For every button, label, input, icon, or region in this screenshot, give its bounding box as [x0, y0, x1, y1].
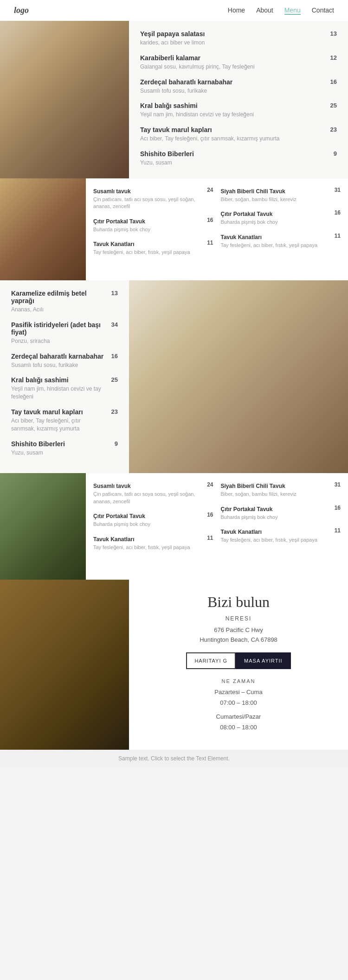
menu-item-name: Karamelize edilmiş betel yaprağı: [11, 290, 106, 304]
menu-item-desc: Acı biber, Tay fesleğeni, çıtır sarımsak…: [11, 417, 106, 433]
menu-col-price: 24: [207, 481, 213, 488]
menu-col-desc: Tay fesleğeni, acı biber, fıstık, yeşil …: [93, 249, 213, 256]
menu-item-desc: Yuzu, susam: [11, 449, 109, 457]
menu-col-price: 11: [207, 535, 213, 541]
menu-col-header: Tavuk Kanatları 11: [93, 535, 213, 543]
menu-col-header: Çıtır Portakal Tavuk 16: [221, 209, 341, 218]
find-buttons: HARITAYI G MASA AYIRTII: [186, 652, 290, 669]
nav-menu[interactable]: Menu: [284, 6, 301, 15]
menu-col-desc: Buharda pişmiş bok choy: [93, 226, 213, 233]
menu-col-header: Susamlı tavuk 24: [93, 187, 213, 195]
hours1-days: Pazartesi – Cuma: [214, 689, 262, 695]
menu-cols-2: Susamlı tavuk 24 Çin patlıcanı, tatlı ac…: [86, 178, 348, 280]
menu-item-name: Zerdeçal baharatlı karnabahar: [140, 78, 325, 86]
menu-col-name: Susamlı tavuk: [93, 483, 131, 489]
nav-about[interactable]: About: [256, 6, 273, 15]
menu-item: Pasifik istiridyeleri (adet başı fiyat) …: [11, 321, 118, 345]
reservation-button[interactable]: MASA AYIRTII: [236, 652, 291, 669]
bar-image: [0, 580, 129, 749]
menu-item-name: Kral balığı sashimi: [11, 376, 106, 384]
menu-item-name: Karabiberli kalamar: [140, 54, 325, 62]
menu-col-header: Susamlı tavuk 24: [93, 481, 213, 490]
menu-item-info: Pasifik istiridyeleri (adet başı fiyat) …: [11, 321, 106, 345]
nav-contact[interactable]: Contact: [312, 6, 334, 15]
find-where-label: NERESI: [226, 615, 252, 622]
menu-col-name: Tavuk Kanatları: [93, 536, 134, 543]
nav-links: Home About Menu Contact: [228, 6, 334, 15]
menu-col-desc: Tay fesleğeni, acı biber, fıstık, yeşil …: [221, 242, 341, 249]
menu-item-info: Yeşil papaya salatası karides, acı biber…: [140, 30, 325, 47]
menu-item-info: Karamelize edilmiş betel yaprağı Ananas,…: [11, 290, 106, 314]
menu-item-price: 25: [111, 376, 118, 383]
beer-image: [0, 178, 86, 280]
menu-item-desc: Acı biber, Tay fesleğeni, çıtır sarımsak…: [140, 135, 325, 143]
menu-item-price: 13: [330, 30, 337, 37]
menu-item-info: Zerdeçal baharatlı karnabahar Susamlı to…: [11, 353, 106, 369]
nav-home[interactable]: Home: [228, 6, 245, 15]
menu-item-info: Tay tavuk marul kapları Acı biber, Tay f…: [140, 126, 325, 143]
map-button[interactable]: HARITAYI G: [186, 652, 236, 669]
find-content: Bizi bulun NERESI 676 Pacific C Hwy Hunt…: [129, 580, 348, 749]
menu-col-name: Siyah Biberli Chili Tavuk: [221, 483, 285, 489]
menu-col-price: 11: [335, 527, 341, 534]
menu-col-item: Susamlı tavuk 24 Çin patlıcanı, tatlı ac…: [93, 187, 213, 210]
address-line1: 676 Pacific C Hwy: [214, 626, 263, 633]
menu-item-info: Tay tavuk marul kapları Acı biber, Tay f…: [11, 408, 106, 433]
menu-item-desc: karides, acı biber ve limon: [140, 39, 325, 47]
menu-col-header: Tavuk Kanatları 11: [93, 240, 213, 248]
menu-col-name: Çıtır Portakal Tavuk: [93, 218, 145, 225]
menu-item: Tay tavuk marul kapları Acı biber, Tay f…: [140, 126, 337, 143]
menu-item-desc: Yuzu, susam: [140, 159, 328, 167]
menu-col-item: Çıtır Portakal Tavuk 16 Buharda pişmiş b…: [93, 512, 213, 528]
menu-item-info: Zerdeçal baharatlı karnabahar Susamlı to…: [140, 78, 325, 95]
menu-col-name: Tavuk Kanatları: [93, 241, 134, 247]
menu-col-2-right: Siyah Biberli Chili Tavuk 31 Biber, soğa…: [221, 187, 341, 272]
menu-item-price: 13: [111, 290, 118, 297]
menu-item: Karamelize edilmiş betel yaprağı Ananas,…: [11, 290, 118, 314]
menu-col-item: Siyah Biberli Chili Tavuk 31 Biber, soğa…: [221, 481, 341, 498]
wine-image: [129, 280, 348, 473]
hours1-time: 07:00 – 18:00: [220, 699, 257, 706]
menu-item-name: Tay tavuk marul kapları: [140, 126, 325, 133]
menu-col-price: 24: [207, 187, 213, 193]
menu-col-item: Tavuk Kanatları 11 Tay fesleğeni, acı bi…: [221, 233, 341, 249]
menu-col-desc: Çin patlıcanı, tatlı acı soya sosu, yeşi…: [93, 491, 213, 505]
menu-item-price: 9: [115, 440, 118, 447]
menu-col-price: 16: [207, 217, 213, 223]
menu-col-desc: Buharda pişmiş bok choy: [93, 521, 213, 528]
footer-bar: Sample text. Click to select the Text El…: [0, 750, 348, 767]
menu-col-item: Tavuk Kanatları 11 Tay fesleğeni, acı bi…: [93, 535, 213, 551]
navigation: logo Home About Menu Contact: [0, 0, 348, 21]
menu-col-desc: Biber, soğan, bambu filizi, kereviz: [221, 491, 341, 498]
menu-item: Zerdeçal baharatlı karnabahar Susamlı to…: [140, 78, 337, 95]
menu-col-name: Çıtır Portakal Tavuk: [221, 211, 273, 217]
section-two: Susamlı tavuk 24 Çin patlıcanı, tatlı ac…: [0, 178, 348, 280]
hero-image: [0, 21, 129, 178]
menu-item-desc: Ponzu, sriracha: [11, 337, 106, 345]
menu-col-header: Siyah Biberli Chili Tavuk 31: [221, 187, 341, 195]
menu-col-item: Çıtır Portakal Tavuk 16 Buharda pişmiş b…: [221, 505, 341, 521]
menu-item-name: Zerdeçal baharatlı karnabahar: [11, 353, 106, 360]
menu-item-price: 12: [330, 54, 337, 61]
menu-col-name: Çıtır Portakal Tavuk: [93, 513, 145, 519]
find-when-label: NE ZAMAN: [222, 678, 256, 684]
menu-col-2-left: Susamlı tavuk 24 Çin patlıcanı, tatlı ac…: [93, 187, 213, 272]
menu-item-info: Shishito Biberleri Yuzu, susam: [140, 150, 328, 167]
menu-item: Zerdeçal baharatlı karnabahar Susamlı to…: [11, 353, 118, 369]
outdoor-image: [0, 473, 86, 580]
menu-col-item: Tavuk Kanatları 11 Tay fesleğeni, acı bi…: [221, 527, 341, 544]
menu-col-desc: Tay fesleğeni, acı biber, fıstık, yeşil …: [221, 537, 341, 544]
menu-item-info: Shishito Biberleri Yuzu, susam: [11, 440, 109, 457]
menu-col-desc: Buharda pişmiş bok choy: [221, 219, 341, 226]
logo: logo: [14, 6, 29, 15]
menu-item-desc: Susamlı tofu sosu, furikake: [140, 87, 325, 95]
menu-item-info: Karabiberli kalamar Galangal sosu, kavru…: [140, 54, 325, 71]
menu-col-header: Tavuk Kanatları 11: [221, 233, 341, 241]
menu-col-name: Tavuk Kanatları: [221, 234, 262, 240]
menu-col-name: Çıtır Portakal Tavuk: [221, 506, 273, 512]
menu-col-price: 11: [335, 233, 341, 239]
menu-item-name: Tay tavuk marul kapları: [11, 408, 106, 416]
find-hours-weekday: Pazartesi – Cuma 07:00 – 18:00: [214, 687, 262, 708]
hours2-time: 08:00 – 18:00: [220, 724, 257, 731]
menu-col-4-left: Susamlı tavuk 24 Çin patlıcanı, tatlı ac…: [93, 481, 213, 571]
